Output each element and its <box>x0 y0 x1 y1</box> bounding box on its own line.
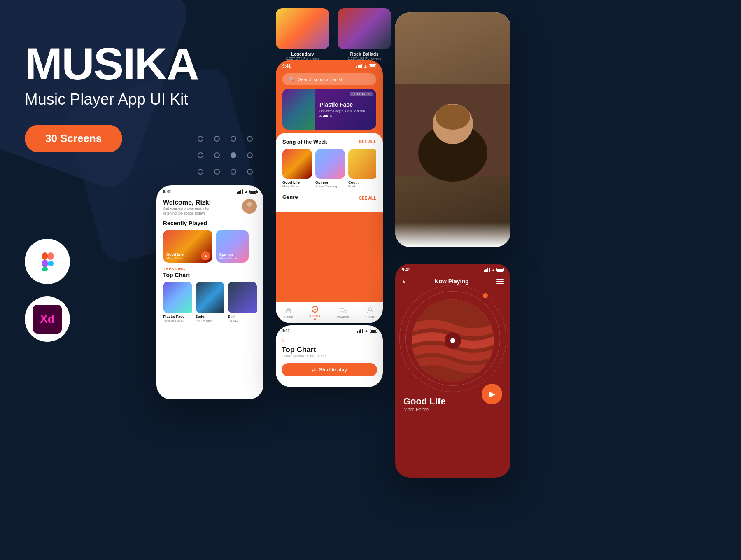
xd-icon: Xd <box>25 296 70 342</box>
rp-card-info-opinion: Opinion Steve Canni... <box>219 252 240 260</box>
back-button[interactable]: ‹ <box>276 335 383 344</box>
welcome-title: Welcome, Rizki <box>163 199 221 206</box>
nowplaying-header: ∨ Now Playing <box>395 274 510 285</box>
status-time-chart: 9:41 <box>282 329 290 333</box>
album-art-container <box>395 285 510 392</box>
shuffle-icon: ⇄ <box>312 367 316 373</box>
dot <box>247 152 253 158</box>
genre-label: Genre <box>282 194 298 200</box>
sotw-artist-3: Fred... <box>348 184 376 188</box>
wifi-icon-chart: ▲ <box>364 329 368 333</box>
dot-nav-item <box>319 115 322 117</box>
chart-title-plastic: Plastic Face <box>163 315 192 319</box>
dot <box>247 136 253 142</box>
nav-browse-label: Browse <box>309 314 320 317</box>
svg-rect-8 <box>340 308 344 309</box>
featured-img <box>282 89 315 130</box>
dot <box>198 136 203 142</box>
genre-section: Genre SEE ALL <box>282 194 376 203</box>
wifi-icon-browse: ▲ <box>364 64 368 68</box>
sotw-card-goodlife[interactable]: Good Life Marc Fabre <box>282 149 312 188</box>
nav-home[interactable]: Home <box>284 307 293 319</box>
chevron-down-icon[interactable]: ∨ <box>402 277 407 285</box>
status-icons: ▲ <box>237 189 257 194</box>
sotw-see-all[interactable]: SEE ALL <box>359 140 376 144</box>
disc-dot <box>450 338 455 343</box>
battery-icon-nowplaying <box>496 268 504 272</box>
playlist-rock-title: Rock Ballads <box>338 51 391 56</box>
play-button-goodlife[interactable] <box>201 251 210 260</box>
playlist-card-rock[interactable]: Rock Ballads 1,287,192 Followers <box>338 8 391 61</box>
playlist-rock-img <box>338 8 391 49</box>
sotw-img-3 <box>348 149 376 179</box>
avatar[interactable] <box>242 199 257 214</box>
sotw-card-opinion[interactable]: Opinion Steve Canning <box>315 149 345 188</box>
track-info: Good Life Marc Fabre <box>395 392 510 413</box>
rp-card-opinion[interactable]: Opinion Steve Canni... <box>216 230 249 263</box>
rp-artist: Marc Fabre <box>166 257 184 260</box>
nav-profile[interactable]: Profile <box>365 307 375 319</box>
rp-artist-opinion: Steve Canni... <box>219 257 240 260</box>
signal-bar <box>356 66 357 68</box>
screens-button[interactable]: 30 Screens <box>25 125 122 152</box>
search-icon: 🔍 <box>289 77 295 82</box>
signal-bar <box>489 268 490 272</box>
signal-bar <box>242 189 243 194</box>
dot-grid-decoration <box>198 136 259 181</box>
signal-bar <box>360 329 361 333</box>
featured-card[interactable]: FEATURED Plastic Face Hanssen Greg ft. P… <box>282 89 376 130</box>
recently-played-section: Good Life Marc Fabre Opinion Steve Canni… <box>156 230 263 263</box>
status-bar-browse: 9:41 ▲ <box>276 60 383 70</box>
rp-card-goodlife[interactable]: Good Life Marc Fabre <box>163 230 212 263</box>
chart-cards: Plastic Face Hanssen Greg Sailor Donny R… <box>163 282 257 322</box>
progress-dot <box>483 293 488 298</box>
shuffle-play-button[interactable]: ⇄ Shuffle play <box>282 363 377 376</box>
svg-point-11 <box>344 310 346 313</box>
chart-artist-still: Jorda... <box>228 319 257 322</box>
search-placeholder: Search songs or artist <box>298 77 342 82</box>
search-bar-browse[interactable]: 🔍 Search songs or artist <box>282 73 376 85</box>
status-icons-nowplaying: ▲ <box>484 268 504 272</box>
nav-playlists-label: Playlists <box>337 315 349 319</box>
nav-browse[interactable]: Browse <box>309 306 320 320</box>
svg-rect-0 <box>42 252 48 260</box>
chart-title-still: Still <box>228 315 257 319</box>
featured-title: Plastic Face <box>319 101 369 108</box>
trending-label: TRENDING <box>156 263 263 272</box>
chart-card-sailor[interactable]: Sailor Donny Rief <box>196 282 225 322</box>
dot <box>247 169 253 175</box>
play-large-button[interactable] <box>482 384 502 404</box>
signal-bar <box>237 192 238 194</box>
browse-white-section: Song of the Week SEE ALL Good Life Marc … <box>276 133 383 212</box>
sotw-title-opinion: Opinion <box>315 180 345 184</box>
genre-see-all[interactable]: SEE ALL <box>359 196 376 201</box>
playlist-card-legendary[interactable]: Legendary 2,027,378 Followers <box>276 8 329 61</box>
sotw-label: Song of the Week <box>282 139 327 145</box>
svg-point-16 <box>436 104 470 130</box>
status-icons-chart: ▲ <box>357 329 377 333</box>
dot-nav-active <box>323 115 328 117</box>
svg-rect-3 <box>48 252 54 260</box>
branding-section: MUSIKA Music Player App UI Kit 30 Screen… <box>25 41 198 152</box>
chart-card-plastic[interactable]: Plastic Face Hanssen Greg <box>163 282 192 322</box>
status-bar-nowplaying: 9:41 ▲ <box>395 264 510 274</box>
genre-header: Genre SEE ALL <box>282 194 376 203</box>
nav-home-label: Home <box>284 315 293 319</box>
sotw-img-opinion <box>315 149 345 179</box>
playlist-legendary-img <box>276 8 329 49</box>
sotw-title-3: Cou... <box>348 180 376 184</box>
status-bar-home: 9:41 ▲ <box>156 185 263 196</box>
dot <box>214 136 220 142</box>
signal-bar <box>484 270 485 272</box>
chart-img-still <box>228 282 257 313</box>
featured-badge: FEATURED <box>350 92 373 96</box>
sotw-card-3[interactable]: Cou... Fred... <box>348 149 376 188</box>
nav-playlists[interactable]: Playlists <box>337 307 349 319</box>
dot <box>214 169 220 175</box>
menu-icon[interactable] <box>496 279 504 284</box>
rp-title: Good Life <box>166 252 184 257</box>
album-art-disc <box>412 299 494 382</box>
chart-card-still[interactable]: Still Jorda... <box>228 282 257 322</box>
chart-img-sailor <box>196 282 225 313</box>
nav-bar: Home Browse Playlists Profile <box>276 302 383 323</box>
